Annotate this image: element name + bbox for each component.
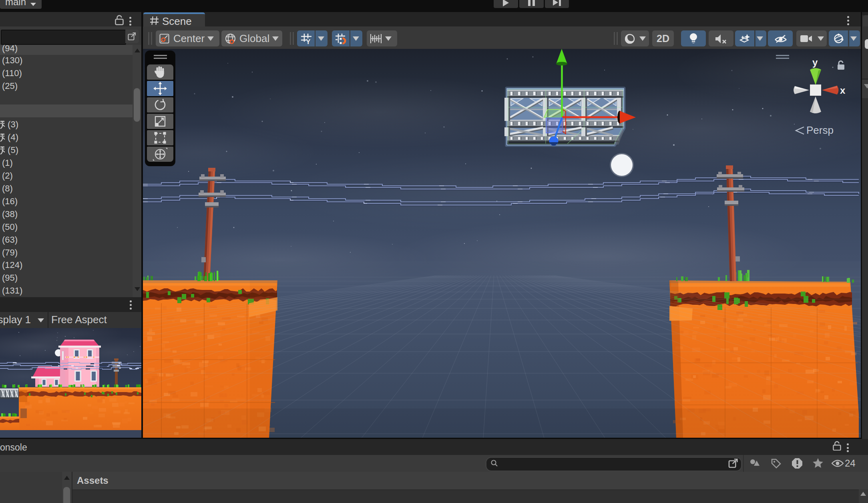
svg-text:y: y	[812, 57, 818, 68]
svg-text:Y: Y	[306, 38, 311, 44]
svg-text:Persp: Persp	[806, 124, 834, 136]
svg-text:x: x	[840, 85, 846, 96]
